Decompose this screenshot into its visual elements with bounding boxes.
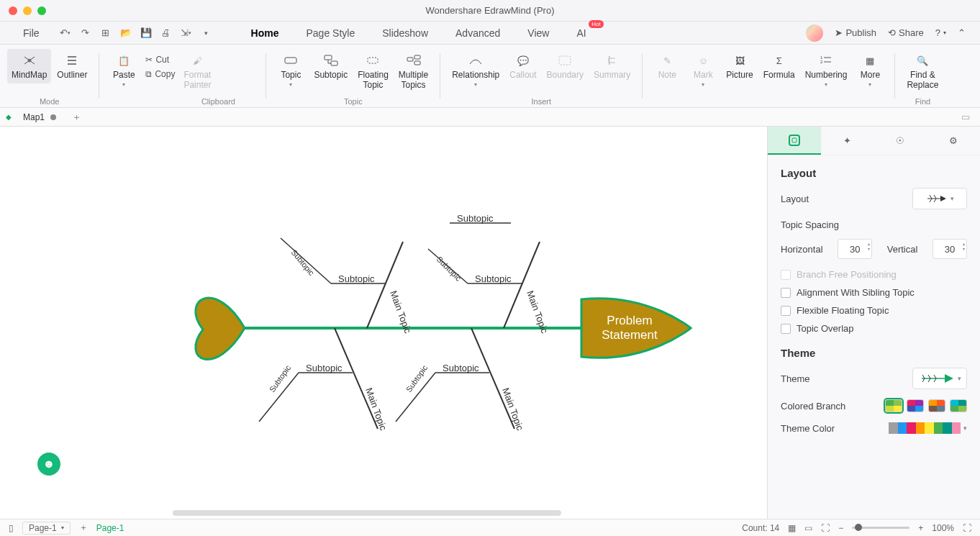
bone-lower-2[interactable]: Main Topic Subtopic Subtopic — [396, 328, 526, 432]
layout-dropdown[interactable]: ▾ — [912, 188, 967, 209]
fit-button[interactable]: ⛶ — [821, 523, 830, 533]
open-button[interactable]: 📂 — [119, 26, 133, 40]
formula-button[interactable]: Σ Formula — [759, 49, 799, 91]
save-button[interactable]: 💾 — [139, 26, 153, 40]
spinner-icon[interactable]: ▴▾ — [868, 241, 870, 251]
horizontal-spacing-input[interactable]: 30 ▴▾ — [838, 239, 872, 259]
publish-button[interactable]: ➤ Publish — [835, 27, 876, 38]
share-button[interactable]: ⟲ Share — [888, 27, 924, 38]
bone-upper-1[interactable]: Main Topic Subtopic Subtopic — [281, 238, 414, 335]
vertical-spacing-input[interactable]: 30 ▴▾ — [933, 239, 967, 259]
spinner-icon[interactable]: ▴▾ — [963, 241, 965, 251]
subtopic-button[interactable]: Subtopic — [309, 49, 352, 94]
doc-tab-label: Map1 — [23, 112, 45, 122]
flex-float-checkbox[interactable]: Flexible Floating Topic — [781, 305, 967, 316]
view-mode-1-button[interactable]: ▦ — [788, 523, 796, 533]
paste-button[interactable]: 📋 Paste ▾ — [106, 49, 141, 91]
group-clipboard-label: Clipboard — [175, 97, 261, 106]
side-tab-mark[interactable]: ☉ — [874, 127, 927, 155]
close-window-button[interactable] — [9, 6, 17, 15]
summary-button[interactable]: Summary — [589, 49, 635, 91]
collapse-ribbon-button[interactable]: ⌃ — [958, 27, 966, 38]
theme-dropdown[interactable]: ▾ — [912, 368, 967, 389]
swatch-4[interactable] — [950, 399, 967, 412]
count-label: Count: 14 — [742, 523, 779, 533]
doc-tab[interactable]: Map1 — [17, 112, 62, 122]
assistant-fab[interactable]: ☻ — [37, 453, 60, 476]
menu-bar: File ↶▾ ↷ ⊞ 📂 💾 🖨 ⇲▾ ▾ Home Page Style S… — [0, 22, 980, 45]
view-mode-2-button[interactable]: ▭ — [804, 523, 812, 533]
chevron-down-icon: ▾ — [825, 81, 827, 88]
svg-text:Subtopic: Subtopic — [404, 363, 430, 394]
find-replace-button[interactable]: 🔍 Find & Replace — [902, 49, 943, 94]
tab-slideshow[interactable]: Slideshow — [373, 24, 437, 42]
boundary-label: Boundary — [547, 71, 584, 81]
find-icon: 🔍 — [917, 52, 928, 69]
align-sibling-checkbox[interactable]: Alignment With Sibling Topic — [781, 287, 967, 298]
export-button[interactable]: ⇲▾ — [179, 26, 194, 40]
bone-lower-1[interactable]: Main Topic Subtopic Subtopic — [259, 328, 389, 432]
numbering-button[interactable]: 12 Numbering ▾ — [801, 49, 852, 91]
vertical-label: Vertical — [887, 244, 918, 255]
swatch-2[interactable] — [907, 399, 924, 412]
help-button[interactable]: ?▾ — [935, 27, 946, 38]
page-layout-icon[interactable]: ▯ — [9, 523, 14, 533]
copy-label: Copy — [155, 69, 175, 79]
svg-rect-14 — [414, 61, 420, 65]
new-button[interactable]: ⊞ — [99, 26, 113, 40]
publish-icon: ➤ — [835, 27, 843, 38]
side-tab-style[interactable]: ✦ — [821, 127, 874, 155]
floating-topic-button[interactable]: Floating Topic — [353, 49, 393, 94]
note-button[interactable]: ✎ Note — [650, 49, 684, 91]
mark-label: Mark — [694, 71, 713, 81]
topic-spacing-label: Topic Spacing — [781, 219, 967, 230]
print-button[interactable]: 🖨 — [159, 26, 173, 40]
add-page-button[interactable]: ＋ — [79, 522, 88, 534]
relationship-button[interactable]: Relationship ▾ — [448, 49, 504, 91]
file-menu[interactable]: File — [14, 24, 48, 42]
swatch-1[interactable] — [885, 399, 902, 412]
panel-toggle-button[interactable]: ▭ — [957, 112, 974, 122]
canvas[interactable]: Problem Statement Main Topic Subtopic Su… — [0, 127, 767, 519]
callout-button[interactable]: 💬 Callout — [505, 49, 540, 91]
multiple-topics-button[interactable]: Multiple Topics — [394, 49, 432, 94]
redo-button[interactable]: ↷ — [78, 26, 93, 40]
bone-upper-2[interactable]: Main Topic Subtopic Subtopic Subtopic — [428, 213, 550, 335]
theme-color-dropdown[interactable]: ▾ — [889, 422, 967, 434]
copy-button[interactable]: ⧉Copy — [141, 68, 179, 81]
zoom-in-button[interactable]: + — [918, 523, 923, 533]
qat-more-button[interactable]: ▾ — [199, 26, 214, 40]
topic-overlap-checkbox[interactable]: Topic Overlap — [781, 323, 967, 334]
tab-ai[interactable]: AI Hot — [568, 24, 594, 42]
undo-button[interactable]: ↶▾ — [58, 26, 73, 40]
minimize-window-button[interactable] — [23, 6, 32, 15]
side-tab-layout[interactable] — [768, 127, 821, 155]
topic-button[interactable]: Topic ▾ — [273, 49, 308, 94]
add-tab-button[interactable]: ＋ — [68, 111, 86, 124]
active-page-tab[interactable]: Page-1 — [96, 523, 124, 533]
maximize-window-button[interactable] — [37, 6, 46, 15]
tab-view[interactable]: View — [519, 24, 558, 42]
layout-heading: Layout — [781, 167, 967, 179]
boundary-button[interactable]: Boundary — [543, 49, 588, 91]
ribbon-group-insert: Relationship ▾ 💬 Callout Boundary Summar… — [445, 45, 638, 107]
swatch-3[interactable] — [928, 399, 945, 412]
more-button[interactable]: ▦ More ▾ — [853, 49, 887, 91]
window-title: Wondershare EdrawMind (Pro) — [426, 5, 555, 16]
side-tab-settings[interactable]: ⚙ — [927, 127, 980, 155]
zoom-slider[interactable] — [852, 527, 909, 529]
tab-advanced[interactable]: Advanced — [447, 24, 509, 42]
outliner-mode-button[interactable]: Outliner — [53, 49, 91, 83]
side-panel: ✦ ☉ ⚙ Layout Layout ▾ Topic Spacing Hori… — [767, 127, 980, 519]
avatar[interactable] — [806, 24, 823, 42]
mark-button[interactable]: ☺ Mark ▾ — [686, 49, 720, 91]
page-selector[interactable]: Page-1 ▾ — [22, 522, 71, 535]
cut-button[interactable]: ✂Cut — [141, 53, 179, 66]
fullscreen-button[interactable]: ⛶ — [963, 523, 971, 533]
tab-home[interactable]: Home — [242, 24, 288, 42]
horizontal-scrollbar[interactable] — [173, 510, 561, 516]
mindmap-mode-button[interactable]: MindMap — [7, 49, 51, 83]
tab-page-style[interactable]: Page Style — [297, 24, 363, 42]
picture-button[interactable]: 🖼 Picture — [722, 49, 757, 91]
zoom-out-button[interactable]: − — [838, 523, 843, 533]
